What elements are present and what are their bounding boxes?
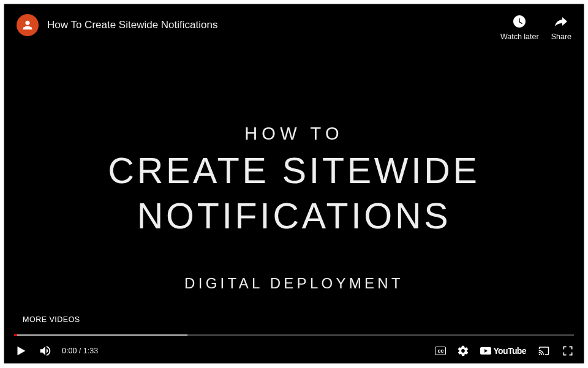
- fullscreen-button[interactable]: [562, 345, 574, 357]
- title-line-1: HOW TO: [4, 124, 584, 144]
- controls-right: cc YouTube: [435, 345, 574, 357]
- progress-played: [14, 334, 17, 336]
- player-header: How To Create Sitewide Notifications Wat…: [4, 4, 584, 51]
- volume-icon: [39, 344, 52, 358]
- time-separator: /: [77, 347, 83, 355]
- fullscreen-icon: [562, 345, 574, 357]
- controls-bar: 0:00 / 1:33 cc YouTube: [4, 339, 584, 363]
- controls-left: 0:00 / 1:33: [14, 344, 98, 358]
- watch-later-button[interactable]: Watch later: [500, 14, 539, 41]
- play-icon: [14, 344, 28, 358]
- cast-button[interactable]: [537, 345, 551, 356]
- title-line-2: CREATE SITEWIDE NOTIFICATIONS: [4, 149, 584, 239]
- youtube-label: YouTube: [493, 346, 526, 356]
- more-videos-link[interactable]: MORE VIDEOS: [23, 315, 80, 324]
- watch-on-youtube-button[interactable]: YouTube: [480, 346, 526, 356]
- share-button[interactable]: Share: [551, 14, 571, 41]
- share-arrow-icon: [554, 14, 568, 29]
- progress-bar[interactable]: [14, 334, 574, 336]
- video-content: HOW TO CREATE SITEWIDE NOTIFICATIONS DIG…: [4, 66, 584, 292]
- person-icon: [21, 18, 34, 32]
- title-line-3: DIGITAL DEPLOYMENT: [4, 275, 584, 292]
- time-total: 1:33: [83, 347, 98, 355]
- progress-buffered: [14, 334, 187, 336]
- play-button[interactable]: [14, 344, 28, 358]
- youtube-play-icon: [480, 347, 491, 355]
- gear-icon: [457, 345, 469, 357]
- time-display: 0:00 / 1:33: [62, 347, 98, 355]
- header-left: How To Create Sitewide Notifications: [17, 14, 217, 36]
- video-title[interactable]: How To Create Sitewide Notifications: [47, 19, 217, 31]
- share-label: Share: [551, 32, 571, 41]
- watch-later-label: Watch later: [500, 32, 539, 41]
- subtitles-button[interactable]: cc: [435, 347, 446, 355]
- video-player: How To Create Sitewide Notifications Wat…: [4, 4, 584, 364]
- clock-icon: [512, 14, 527, 29]
- header-right: Watch later Share: [500, 14, 571, 41]
- channel-avatar[interactable]: [17, 14, 39, 36]
- time-current: 0:00: [62, 347, 77, 355]
- volume-button[interactable]: [39, 344, 52, 358]
- settings-button[interactable]: [457, 345, 469, 357]
- cast-icon: [537, 345, 551, 356]
